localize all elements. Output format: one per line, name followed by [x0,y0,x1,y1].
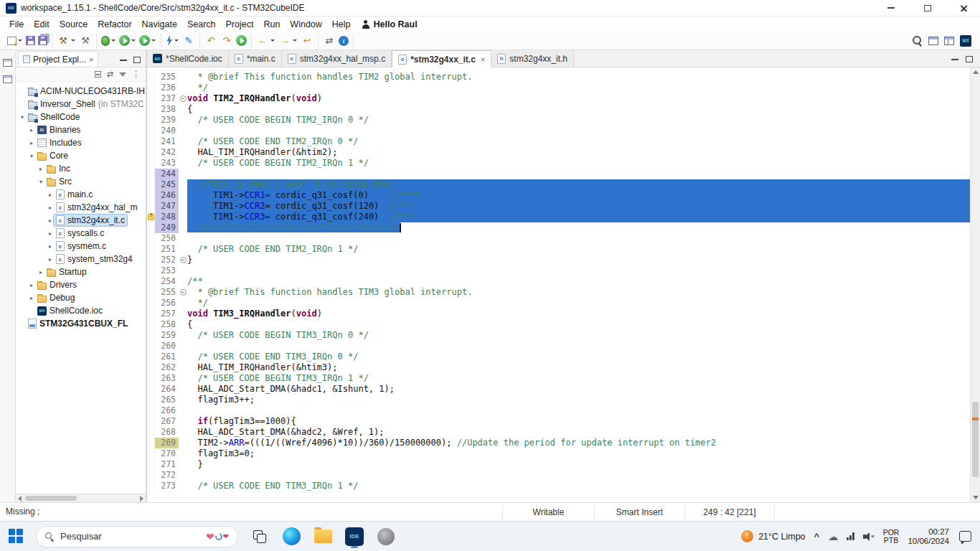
code-line-240[interactable]: 240 [147,126,980,136]
gimp-button[interactable] [376,524,396,549]
maximize-button[interactable] [911,0,943,16]
annotation-ruler-cell[interactable] [147,470,155,481]
line-number[interactable]: 257 [155,309,179,319]
scroll-down-icon[interactable] [973,496,979,499]
menu-refactor[interactable]: Refactor [93,18,136,31]
annotation-ruler-cell[interactable] [147,309,155,319]
annotation-ruler-cell[interactable] [147,319,155,330]
tree-collapsed-arrow-icon[interactable]: ▸ [28,282,35,288]
line-number[interactable]: 265 [155,395,179,405]
annotation-ruler-cell[interactable] [147,373,155,384]
tree-item-syscalls-c[interactable]: ▸csyscalls.c [16,227,146,240]
line-number[interactable]: 256 [155,298,179,309]
line-number[interactable]: 266 [155,405,179,416]
stm32cubeide-button[interactable]: IDE [344,524,364,549]
line-number[interactable]: 262 [155,362,179,373]
annotation-ruler-cell[interactable] [147,255,155,265]
restore-view-icon-2[interactable] [3,75,12,83]
code-line-270[interactable]: 270 flagTim3=0; [147,448,980,459]
code-line-238[interactable]: 238{ [147,104,980,115]
notification-center-icon[interactable] [959,531,971,542]
toolbar-forward-button[interactable]: → [277,33,299,49]
toolbar-save-all-button[interactable] [37,33,49,49]
line-number[interactable]: 254 [155,276,179,287]
overview-ruler-marker[interactable] [972,418,979,420]
code-line-236[interactable]: 236 */ [147,83,980,93]
line-number[interactable]: 248 [155,212,179,222]
line-number[interactable]: 236 [155,83,179,93]
fold-collapse-icon[interactable] [180,95,187,102]
editor-tab-main-c[interactable]: c*main.c [229,50,282,67]
program-flash-dropdown-icon[interactable] [174,39,179,42]
line-number[interactable]: 259 [155,330,179,341]
tree-item-acim-nucleog431rb-ih[interactable]: ACIM-NUCLEOG431RB-IH [16,85,146,98]
line-number[interactable]: 260 [155,341,179,352]
volume-icon[interactable]: × [863,532,875,541]
annotation-ruler-cell[interactable] [147,352,155,362]
code-editor[interactable]: 235 * @brief This function handles TIM2 … [147,67,980,502]
code-line-235[interactable]: 235 * @brief This function handles TIM2 … [147,72,980,83]
line-number[interactable]: 243 [155,158,179,169]
user-account[interactable]: Hello Raul [362,19,418,29]
link-with-editor-icon[interactable]: ⇄ [107,70,113,79]
clock[interactable]: 00:27 10/06/2024 [908,527,949,546]
code-line-259[interactable]: 259 /* USER CODE BEGIN TIM3_IRQn 0 */ [147,330,980,341]
menu-source[interactable]: Source [55,18,93,31]
fold-collapse-icon[interactable] [180,289,187,296]
tree-collapsed-arrow-icon[interactable]: ▸ [37,269,44,276]
toolbar-last-edit-location-button[interactable]: ↩ [299,33,315,49]
toolbar-info-button[interactable]: i [337,33,350,49]
annotation-ruler-cell[interactable] [147,287,155,298]
view-menu-icon[interactable]: ⋮ [132,70,140,79]
menu-navigate[interactable]: Navigate [137,18,182,31]
language-indicator[interactable]: POR PTB [883,529,900,545]
toolbar-open-perspective-button[interactable] [927,33,940,49]
annotation-ruler-cell[interactable] [147,481,155,491]
code-line-256[interactable]: 256 */ [147,298,980,309]
tree-expanded-arrow-icon[interactable]: ▾ [19,114,26,121]
line-number[interactable]: 237 [155,93,179,104]
code-line-244[interactable]: 244 [147,169,980,179]
code-line-253[interactable]: 253 [147,265,980,276]
annotation-ruler-cell[interactable] [147,201,155,212]
filter-icon[interactable] [119,72,126,77]
toolbar-run-button[interactable] [118,33,138,49]
code-line-273[interactable]: 273 /* USER CODE END TIM3_IRQn 1 */ [147,481,980,491]
menu-file[interactable]: File [4,18,29,31]
tree-item-drivers[interactable]: ▸Drivers [16,278,146,291]
toolbar-edit-sketch-button[interactable]: ✎ [181,33,197,49]
line-number[interactable]: 241 [155,136,179,147]
line-number[interactable]: 255 [155,287,179,298]
file-explorer-button[interactable] [313,524,333,549]
editor-tab-shellcode-ioc[interactable]: MX*ShellCode.ioc [147,50,229,67]
annotation-ruler-cell[interactable] [147,395,155,405]
code-line-268[interactable]: 268 HAL_ADC_Start_DMA(&hadc2, &Wref, 1); [147,427,980,438]
edge-browser-button[interactable] [281,524,301,549]
annotation-ruler-cell[interactable] [147,126,155,136]
maximize-editor-icon[interactable] [966,56,973,62]
tree-item-inc[interactable]: ▸Inc [16,162,146,175]
annotation-ruler-cell[interactable] [147,416,155,427]
tree-item-includes[interactable]: ▸Includes [16,136,146,149]
line-number[interactable]: 245 [155,179,179,190]
toolbar-program-flash-button[interactable] [164,33,181,49]
minimize-editor-icon[interactable] [951,59,958,60]
line-number[interactable]: 253 [155,265,179,276]
close-button[interactable] [948,0,980,16]
annotation-ruler-cell[interactable] [147,147,155,158]
code-line-272[interactable]: 272 [147,470,980,481]
onedrive-icon[interactable] [828,531,838,542]
annotation-ruler-cell[interactable] [147,233,155,244]
maximize-view-icon[interactable] [133,57,141,63]
line-number[interactable]: 268 [155,427,179,438]
scroll-right-icon[interactable] [140,496,143,501]
annotation-ruler-cell[interactable] [147,265,155,276]
toolbar-link-with-editor-button[interactable]: ⇄ [321,33,337,49]
toolbar-c-cpp-perspective-button[interactable] [943,33,956,49]
code-line-245[interactable]: 245 //THIS IS WHAT I WANT TO DO USING DM… [147,179,980,190]
line-number[interactable]: 249 [155,222,179,233]
code-line-261[interactable]: 261 /* USER CODE END TIM3_IRQn 0 */ [147,352,980,362]
code-line-254[interactable]: 254/** [147,276,980,287]
annotation-ruler-cell[interactable] [147,459,155,470]
taskbar-search[interactable]: Pesquisar ❤ ❤ [36,526,238,547]
